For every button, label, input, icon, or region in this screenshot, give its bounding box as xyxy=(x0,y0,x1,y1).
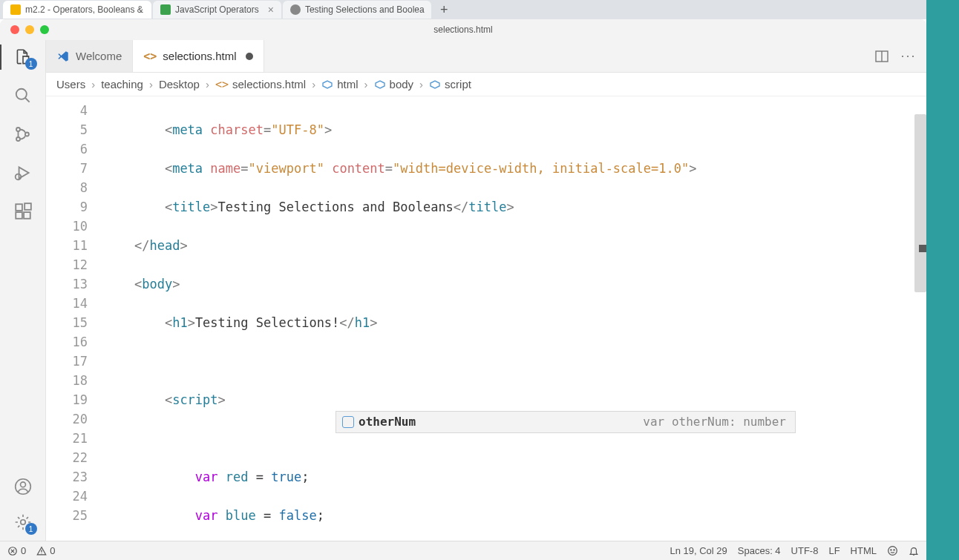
intellisense-popup[interactable]: otherNum var otherNum: number xyxy=(336,411,796,433)
scrollbar-thumb[interactable] xyxy=(919,245,926,252)
error-icon xyxy=(7,546,18,556)
chevron-right-icon: › xyxy=(419,78,423,90)
extensions-icon[interactable] xyxy=(13,202,33,221)
svg-point-4 xyxy=(15,174,21,180)
browser-tab-slides[interactable]: m2.2 - Operators, Booleans & × xyxy=(3,1,151,19)
chevron-right-icon: › xyxy=(364,78,368,90)
crumb-desktop[interactable]: Desktop xyxy=(159,78,200,90)
settings-gear-icon[interactable]: 1 xyxy=(13,513,33,532)
chevron-right-icon: › xyxy=(312,78,315,90)
source-control-icon[interactable] xyxy=(13,125,33,144)
code-content[interactable]: <meta charset="UTF-8"> <meta name="viewp… xyxy=(104,101,926,541)
html-file-icon: <> xyxy=(215,78,229,91)
vscode-window: selections.html 1 xyxy=(0,19,926,560)
status-bar: 0 0 Ln 19, Col 29 Spaces: 4 UTF-8 LF HTM… xyxy=(0,541,926,560)
status-eol[interactable]: LF xyxy=(828,545,839,556)
unsaved-indicator-icon xyxy=(246,53,253,60)
symbol-icon xyxy=(321,79,333,90)
svg-point-16 xyxy=(894,550,894,550)
editor-area: Welcome <> selections.html ··· Users › t xyxy=(46,40,926,541)
maximize-window-button[interactable] xyxy=(40,25,49,34)
window-title: selections.html xyxy=(433,24,492,35)
slides-favicon-icon xyxy=(10,4,21,15)
tab-label: selections.html xyxy=(163,50,236,62)
svg-point-14 xyxy=(888,547,897,556)
svg-point-2 xyxy=(16,137,20,141)
close-window-button[interactable] xyxy=(10,25,19,34)
svg-point-3 xyxy=(24,133,28,136)
status-encoding[interactable]: UTF-8 xyxy=(791,545,819,556)
split-editor-icon[interactable] xyxy=(874,49,889,64)
explorer-icon[interactable]: 1 xyxy=(13,47,33,67)
status-language[interactable]: HTML xyxy=(851,545,877,556)
crumb-body[interactable]: body xyxy=(374,78,414,90)
new-tab-button[interactable]: + xyxy=(433,2,456,18)
svg-rect-5 xyxy=(16,204,22,211)
suggestion-name: otherNum xyxy=(359,412,416,432)
status-indentation[interactable]: Spaces: 4 xyxy=(738,545,781,556)
tab-welcome[interactable]: Welcome xyxy=(46,40,133,72)
activity-bar: 1 1 xyxy=(0,40,46,541)
browser-tab-jsops[interactable]: JavaScript Operators × xyxy=(153,1,281,19)
explorer-badge: 1 xyxy=(25,58,37,70)
teal-background xyxy=(926,0,959,560)
warning-icon xyxy=(36,546,47,556)
status-notifications-icon[interactable] xyxy=(909,546,919,556)
svg-rect-7 xyxy=(24,212,30,219)
svg-rect-6 xyxy=(16,212,22,219)
window-controls xyxy=(10,25,49,34)
close-icon[interactable]: × xyxy=(268,4,274,16)
svg-point-0 xyxy=(16,89,26,99)
crumb-teaching[interactable]: teaching xyxy=(101,78,143,90)
tab-selections-html[interactable]: <> selections.html xyxy=(133,40,264,72)
scrollbar-track[interactable] xyxy=(914,114,926,292)
svg-point-11 xyxy=(20,520,25,525)
line-numbers: 4 5 6 7 8 9 10 11 12 13 14 15 16 17 18 1… xyxy=(46,101,104,525)
editor-tabs: Welcome <> selections.html ··· xyxy=(46,40,926,73)
globe-favicon-icon xyxy=(290,4,301,15)
symbol-icon xyxy=(374,79,386,90)
variable-icon xyxy=(342,416,354,428)
accounts-icon[interactable] xyxy=(13,477,33,496)
crumb-users[interactable]: Users xyxy=(56,78,85,90)
html-file-icon: <> xyxy=(143,50,157,63)
chevron-right-icon: › xyxy=(91,78,95,90)
svg-point-1 xyxy=(16,128,20,131)
svg-rect-8 xyxy=(24,203,31,210)
run-debug-icon[interactable] xyxy=(13,163,33,182)
vscode-icon xyxy=(56,50,70,63)
w3-favicon-icon xyxy=(160,4,171,15)
more-actions-icon[interactable]: ··· xyxy=(901,49,916,64)
breadcrumb: Users › teaching › Desktop › <> selectio… xyxy=(46,73,926,96)
browser-tab-strip: m2.2 - Operators, Booleans & × JavaScrip… xyxy=(0,0,959,19)
crumb-file[interactable]: <> selections.html xyxy=(215,78,306,91)
titlebar: selections.html xyxy=(0,19,926,40)
chevron-right-icon: › xyxy=(206,78,209,90)
status-feedback-icon[interactable] xyxy=(887,545,898,556)
symbol-icon xyxy=(429,79,441,90)
minimize-window-button[interactable] xyxy=(25,25,34,34)
crumb-html[interactable]: html xyxy=(321,78,358,90)
browser-tab-label: JavaScript Operators xyxy=(175,4,259,15)
settings-badge: 1 xyxy=(25,523,37,535)
code-editor[interactable]: 4 5 6 7 8 9 10 11 12 13 14 15 16 17 18 1… xyxy=(46,96,926,541)
status-errors[interactable]: 0 xyxy=(7,545,26,556)
browser-tab-label: Testing Selections and Boolea xyxy=(305,4,425,15)
search-icon[interactable] xyxy=(13,86,33,105)
svg-point-15 xyxy=(891,550,891,550)
status-warnings[interactable]: 0 xyxy=(36,545,55,556)
browser-tab-testing[interactable]: Testing Selections and Boolea × xyxy=(283,1,431,19)
svg-point-10 xyxy=(20,482,25,487)
suggestion-detail: var otherNum: number xyxy=(643,412,795,432)
chevron-right-icon: › xyxy=(149,78,153,90)
tab-label: Welcome xyxy=(76,50,122,62)
browser-tab-label: m2.2 - Operators, Booleans & xyxy=(25,4,143,15)
crumb-script[interactable]: script xyxy=(429,78,471,90)
status-cursor-position[interactable]: Ln 19, Col 29 xyxy=(670,545,727,556)
